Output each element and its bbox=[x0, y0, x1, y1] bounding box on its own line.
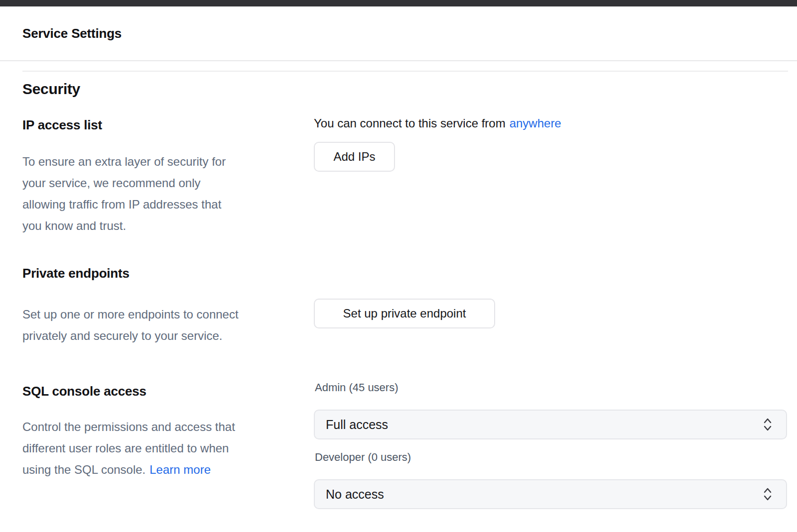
private-endpoints-description-text: Set up one or more endpoints to connect … bbox=[22, 308, 239, 342]
page-title: Service Settings bbox=[22, 26, 122, 41]
developer-users-label: Developer (0 users) bbox=[315, 451, 411, 464]
connect-from-status: You can connect to this service fromanyw… bbox=[314, 116, 561, 130]
developer-access-selected-value: No access bbox=[326, 487, 384, 502]
add-ips-button[interactable]: Add IPs bbox=[314, 142, 395, 172]
admin-access-selected-value: Full access bbox=[326, 418, 388, 432]
developer-access-select[interactable]: No access bbox=[314, 479, 787, 509]
learn-more-link[interactable]: Learn more bbox=[149, 463, 211, 476]
sql-console-access-heading: SQL console access bbox=[22, 384, 146, 399]
setup-private-endpoint-button[interactable]: Set up private endpoint bbox=[314, 299, 495, 328]
security-section-title: Security bbox=[22, 81, 80, 98]
anywhere-link[interactable]: anywhere bbox=[510, 116, 561, 130]
header-divider bbox=[0, 60, 797, 61]
service-settings-page: Service Settings Security IP access list… bbox=[0, 0, 797, 532]
admin-users-label: Admin (45 users) bbox=[315, 381, 398, 394]
connect-from-text: You can connect to this service from bbox=[314, 116, 506, 130]
ip-access-list-description-text: To ensure an extra layer of security for… bbox=[22, 155, 226, 232]
ip-access-list-heading: IP access list bbox=[22, 117, 102, 133]
private-endpoints-heading: Private endpoints bbox=[22, 266, 130, 281]
private-endpoints-description: Set up one or more endpoints to connect … bbox=[22, 304, 301, 346]
admin-access-select[interactable]: Full access bbox=[314, 410, 787, 439]
window-top-bar bbox=[0, 0, 797, 6]
sql-console-access-description: Control the permissions and access that … bbox=[22, 416, 301, 480]
chevrons-up-down-icon bbox=[762, 417, 773, 432]
content-divider bbox=[22, 71, 788, 72]
ip-access-list-description: To ensure an extra layer of security for… bbox=[22, 151, 301, 236]
chevrons-up-down-icon bbox=[762, 486, 773, 502]
